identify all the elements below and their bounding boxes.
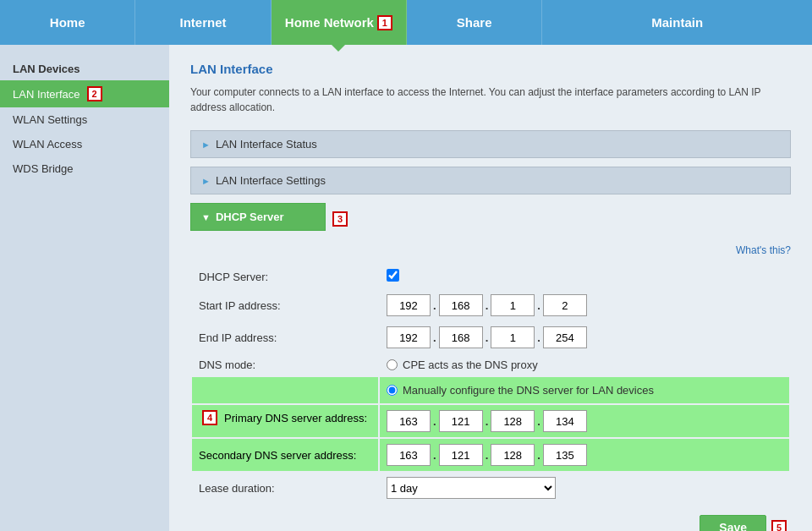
primary-dns-group: . . . — [387, 410, 782, 432]
dns-mode-label: DNS mode: — [192, 354, 378, 375]
primary-dns-c[interactable] — [491, 410, 535, 432]
arrow-icon: ► — [201, 140, 211, 150]
main-content: LAN Interface Your computer connects to … — [169, 45, 812, 531]
dhcp-badge-3: 3 — [332, 211, 348, 227]
dns-badge-4: 4 — [202, 410, 217, 425]
secondary-dns-label: Secondary DNS server address: — [192, 439, 378, 471]
primary-dns-d[interactable] — [543, 410, 587, 432]
nav-tab-home[interactable]: Home — [0, 0, 135, 45]
lan-interface-status-bar[interactable]: ► LAN Interface Status — [190, 130, 791, 158]
dhcp-section-label: DHCP Server — [216, 211, 284, 223]
dns-option1-radio[interactable] — [387, 359, 398, 370]
lan-interface-settings-bar[interactable]: ► LAN Interface Settings — [190, 167, 791, 194]
dns-manual-row: Manually configure the DNS server for LA… — [192, 377, 789, 403]
dhcp-form-table: DHCP Server: Start IP address: . . — [190, 263, 791, 505]
dhcp-server-bar[interactable]: ▼ DHCP Server — [190, 203, 326, 231]
save-badge-5: 5 — [771, 520, 787, 531]
sidebar-item-wds-bridge[interactable]: WDS Bridge — [0, 156, 169, 181]
page-title: LAN Interface — [190, 62, 791, 76]
arrow-icon-2: ► — [201, 176, 211, 186]
end-ip-d[interactable] — [543, 326, 587, 348]
dhcp-server-row: DHCP Server: — [192, 265, 789, 288]
start-ip-b[interactable] — [439, 294, 483, 316]
nav-tab-maintain[interactable]: Maintain — [542, 0, 812, 45]
secondary-dns-group: . . . — [387, 444, 782, 466]
nav-tab-share[interactable]: Share — [407, 0, 542, 45]
end-ip-label: End IP address: — [192, 322, 378, 353]
whats-this-container: What's this? — [190, 244, 791, 256]
end-ip-c[interactable] — [491, 326, 535, 348]
sidebar-section-title: LAN Devices — [0, 57, 169, 80]
secondary-dns-b[interactable] — [439, 444, 483, 466]
secondary-dns-a[interactable] — [387, 444, 431, 466]
sidebar-item-wlan-access[interactable]: WLAN Access — [0, 132, 169, 156]
start-ip-label: Start IP address: — [192, 290, 378, 320]
save-button[interactable]: Save — [700, 515, 766, 531]
whats-this-link[interactable]: What's this? — [736, 244, 791, 256]
secondary-dns-row: Secondary DNS server address: . . . — [192, 439, 789, 471]
primary-dns-row: 4 Primary DNS server address: . . . — [192, 405, 789, 437]
dhcp-server-label: DHCP Server: — [192, 265, 378, 288]
start-ip-row: Start IP address: . . . — [192, 290, 789, 320]
nav-tab-home-network[interactable]: Home Network 1 — [272, 0, 407, 45]
start-ip-group: . . . — [387, 294, 782, 316]
end-ip-row: End IP address: . . . — [192, 322, 789, 353]
dhcp-server-checkbox[interactable] — [387, 269, 399, 282]
secondary-dns-c[interactable] — [491, 444, 535, 466]
primary-dns-a[interactable] — [387, 410, 431, 432]
end-ip-b[interactable] — [439, 326, 483, 348]
lease-select[interactable]: 1 day 2 days 7 days 1 hour 12 hours — [387, 477, 556, 499]
sidebar-item-wlan-settings[interactable]: WLAN Settings — [0, 107, 169, 132]
sidebar-item-lan-interface[interactable]: LAN Interface 2 — [0, 80, 169, 107]
dns-mode-radio-group: CPE acts as the DNS proxy — [387, 359, 782, 371]
end-ip-group: . . . — [387, 326, 782, 348]
nav-badge-1: 1 — [377, 15, 392, 30]
lan-status-label: LAN Interface Status — [216, 138, 317, 151]
dns-mode-row: DNS mode: CPE acts as the DNS proxy — [192, 354, 789, 375]
lease-row: Lease duration: 1 day 2 days 7 days 1 ho… — [192, 473, 789, 503]
lan-settings-label: LAN Interface Settings — [216, 174, 326, 187]
secondary-dns-d[interactable] — [543, 444, 587, 466]
page-description: Your computer connects to a LAN interfac… — [190, 85, 791, 115]
dhcp-arrow-icon: ▼ — [201, 212, 211, 222]
dns-option2-radio[interactable] — [387, 385, 398, 396]
primary-dns-label: Primary DNS server address: — [224, 412, 367, 424]
dns-option1-label[interactable]: CPE acts as the DNS proxy — [387, 359, 782, 371]
top-navigation: Home Internet Home Network 1 Share Maint… — [0, 0, 812, 45]
primary-dns-b[interactable] — [439, 410, 483, 432]
start-ip-d[interactable] — [543, 294, 587, 316]
dns-option2-text: Manually configure the DNS server for LA… — [403, 384, 654, 397]
dns-option1-text: CPE acts as the DNS proxy — [403, 359, 538, 371]
sidebar-badge-2: 2 — [87, 86, 102, 101]
end-ip-a[interactable] — [387, 326, 431, 348]
start-ip-c[interactable] — [491, 294, 535, 316]
save-row: Save 5 — [190, 515, 791, 531]
nav-tab-internet[interactable]: Internet — [135, 0, 271, 45]
sidebar: LAN Devices LAN Interface 2 WLAN Setting… — [0, 45, 169, 531]
lease-label: Lease duration: — [192, 473, 378, 503]
start-ip-a[interactable] — [387, 294, 431, 316]
dns-option2-label[interactable]: Manually configure the DNS server for LA… — [387, 384, 782, 397]
main-layout: LAN Devices LAN Interface 2 WLAN Setting… — [0, 45, 812, 531]
